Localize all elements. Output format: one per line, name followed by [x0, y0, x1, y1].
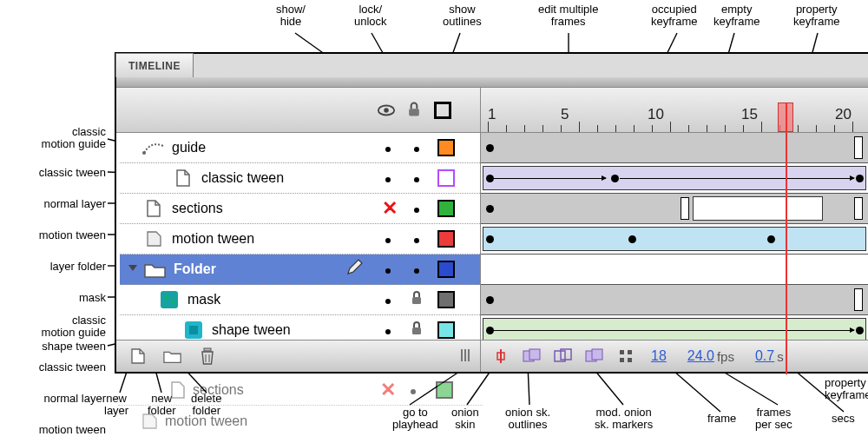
- layer-row-guide[interactable]: guide: [120, 133, 480, 163]
- center-playhead-button[interactable]: [490, 347, 512, 366]
- track-mask[interactable]: [481, 285, 868, 315]
- outline-swatch[interactable]: [437, 261, 455, 278]
- panel-tab-label: TIMELINE: [128, 60, 181, 72]
- layer-row-motion-tween[interactable]: motion tween: [120, 224, 480, 255]
- ann-show-hide: show/ hide: [276, 3, 306, 29]
- lock-toggle[interactable]: [411, 231, 423, 247]
- svg-rect-31: [161, 291, 178, 308]
- eye-icon[interactable]: [377, 101, 396, 120]
- ann-left-normal2: normal layer: [2, 393, 106, 405]
- outline-swatch[interactable]: [437, 321, 455, 339]
- panel-tab[interactable]: TIMELINE: [115, 53, 194, 77]
- ann-new-folder: new folder: [148, 393, 176, 418]
- lock-toggle[interactable]: [411, 261, 423, 277]
- keyframe-occupied[interactable]: [486, 235, 494, 243]
- fps-readout[interactable]: 24.0: [687, 348, 714, 364]
- lock-toggle[interactable]: [411, 140, 423, 155]
- lock-toggle-locked[interactable]: [411, 291, 423, 308]
- visibility-toggle-hidden[interactable]: ✕: [382, 197, 394, 220]
- keyframe-occupied[interactable]: [486, 296, 494, 304]
- tween-span-motion[interactable]: [483, 227, 866, 251]
- modify-onion-markers-button[interactable]: [615, 347, 637, 366]
- onion-skin-outlines-button[interactable]: [552, 347, 575, 366]
- timeline-area: 1 5 10 15 20: [481, 88, 868, 372]
- ruler[interactable]: 1 5 10 15 20: [481, 102, 868, 132]
- keyframe-occupied[interactable]: [611, 175, 619, 182]
- secs-unit: s: [777, 349, 784, 364]
- ann-left-motion-guide: classic motion guide: [2, 126, 106, 151]
- delete-layer-button[interactable]: [198, 347, 217, 366]
- ruler-label-5: 5: [561, 106, 569, 123]
- svg-rect-51: [620, 358, 624, 362]
- ann-left-classic-tween: classic tween: [2, 167, 106, 179]
- lock-icon[interactable]: [405, 101, 424, 120]
- disclosure-triangle-icon[interactable]: [127, 261, 139, 277]
- pencil-icon: [345, 259, 363, 280]
- outline-swatch[interactable]: [437, 230, 455, 248]
- layer-row-classic-tween[interactable]: classic tween: [120, 163, 480, 194]
- svg-rect-38: [204, 348, 211, 351]
- guide-icon: [142, 136, 165, 159]
- outline-swatch[interactable]: [437, 291, 455, 308]
- svg-rect-52: [628, 358, 632, 362]
- track-sections[interactable]: [481, 194, 868, 224]
- ann-secs: secs: [832, 413, 855, 425]
- motion-icon: [142, 228, 165, 250]
- ruler-label-1: 1: [488, 106, 496, 123]
- ruler-label-20: 20: [835, 106, 852, 123]
- track-folder[interactable]: [481, 255, 868, 285]
- keyframe-occupied[interactable]: [856, 175, 864, 182]
- resize-grip-icon[interactable]: [461, 349, 475, 363]
- lock-toggle[interactable]: [411, 170, 423, 186]
- layer-area: guide classic tween sections ✕ motion tw…: [116, 88, 481, 372]
- track-guide[interactable]: [481, 133, 868, 163]
- outline-swatch[interactable]: [437, 169, 455, 187]
- visibility-toggle[interactable]: [382, 170, 394, 186]
- secs-readout[interactable]: 0.7: [755, 348, 774, 364]
- layer-bottom-bar: [116, 340, 480, 372]
- ann-occupied-kf: occupied keyframe: [651, 3, 697, 29]
- layer-row-folder[interactable]: Folder: [120, 255, 480, 285]
- lock-toggle-locked[interactable]: [411, 321, 423, 339]
- layer-row-mask[interactable]: mask: [120, 285, 480, 315]
- end-of-span: [854, 288, 863, 311]
- layer-row-sections[interactable]: sections ✕: [120, 194, 480, 224]
- ann-property-kf: property keyframe: [793, 3, 839, 29]
- mask-icon: [158, 288, 181, 311]
- playhead[interactable]: [778, 102, 793, 132]
- ann-left-folder: layer folder: [2, 261, 106, 273]
- visibility-toggle[interactable]: [382, 261, 394, 277]
- visibility-toggle[interactable]: [382, 292, 394, 307]
- ann-new-layer: new layer: [104, 393, 128, 418]
- layer-label: motion tween: [172, 231, 254, 247]
- outline-icon[interactable]: [434, 102, 451, 119]
- layer-label: classic tween: [201, 170, 284, 186]
- timeline-panel: TIMELINE guide classic tween: [115, 52, 868, 374]
- ann-empty-kf: empty keyframe: [713, 3, 760, 29]
- keyframe-occupied[interactable]: [486, 144, 494, 152]
- svg-point-30: [142, 151, 146, 155]
- keyframe-occupied[interactable]: [856, 327, 864, 334]
- ann-left-mt2: motion tween: [2, 424, 106, 436]
- new-layer-button[interactable]: [128, 347, 148, 366]
- timeline-status-bar: 18 24.0 fps 0.7 s: [481, 340, 868, 372]
- visibility-toggle[interactable]: [382, 231, 394, 247]
- layer-label: mask: [187, 292, 220, 307]
- visibility-toggle[interactable]: [382, 322, 394, 338]
- track-motion-tween[interactable]: [481, 224, 868, 255]
- layer-label: guide: [172, 140, 206, 155]
- onion-skin-button[interactable]: [521, 347, 543, 366]
- current-frame-readout[interactable]: 18: [651, 348, 667, 364]
- keyframe-occupied[interactable]: [486, 205, 494, 213]
- outline-swatch[interactable]: [437, 139, 455, 156]
- svg-rect-37: [412, 327, 421, 334]
- edit-multiple-frames-button[interactable]: [583, 347, 606, 366]
- visibility-toggle[interactable]: [382, 140, 394, 155]
- layer-label: shape tween: [212, 322, 291, 338]
- track-classic-tween[interactable]: [481, 163, 868, 194]
- lock-toggle[interactable]: [411, 201, 423, 216]
- end-of-span: [681, 197, 689, 220]
- outline-swatch[interactable]: [437, 200, 455, 217]
- svg-rect-29: [409, 109, 419, 116]
- new-folder-button[interactable]: [163, 347, 182, 366]
